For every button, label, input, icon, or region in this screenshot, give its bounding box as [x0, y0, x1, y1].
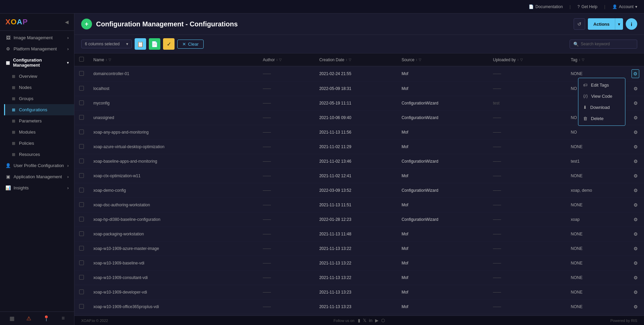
- youtube-icon[interactable]: ▶: [375, 318, 378, 323]
- row-checkbox[interactable]: [79, 86, 84, 91]
- row-checkbox[interactable]: [79, 289, 84, 294]
- row-checkbox[interactable]: [79, 130, 84, 134]
- row-actions-button[interactable]: ⚙: [632, 201, 639, 209]
- twitter-icon[interactable]: 𝕏: [363, 318, 366, 323]
- row-checkbox[interactable]: [79, 217, 84, 222]
- sidebar-item-policies[interactable]: ▦ Policies: [4, 138, 74, 149]
- row-gear-cell: ⚙: [627, 154, 644, 169]
- row-checkbox[interactable]: [79, 260, 84, 265]
- context-menu-edit-tags[interactable]: 🏷 Edit Tags: [578, 79, 625, 91]
- sidebar-item-configurations[interactable]: ▦ Configurations: [4, 104, 74, 115]
- linkedin-icon[interactable]: in: [369, 318, 372, 323]
- sidebar-item-groups[interactable]: ▦ Groups: [4, 93, 74, 104]
- sidebar-item-modules[interactable]: ▦ Modules: [4, 126, 74, 138]
- context-menu-view-code[interactable]: ⟨/⟩ View Code: [578, 91, 625, 102]
- creation-date-filter-icon[interactable]: ▽: [349, 58, 351, 62]
- row-context-menu: 🏷 Edit Tags ⟨/⟩ View Code ⬇ Download 🗑 D…: [578, 78, 625, 126]
- facebook-icon[interactable]: ▮: [358, 318, 360, 323]
- row-actions-button[interactable]: ⚙: [632, 172, 639, 180]
- row-actions-button[interactable]: ⚙: [632, 215, 639, 224]
- row-checkbox[interactable]: [79, 231, 84, 236]
- source-sort-icon[interactable]: ↕: [416, 58, 417, 62]
- account-link[interactable]: 👤 Account ▾: [612, 4, 637, 9]
- search-input[interactable]: [581, 42, 634, 46]
- actions-dropdown-button[interactable]: ▾: [615, 18, 623, 30]
- row-actions-button[interactable]: ⚙: [632, 230, 639, 238]
- columns-selector[interactable]: 6 columns selected ▾: [81, 40, 132, 48]
- row-author: ——: [258, 271, 315, 285]
- sidebar-item-user-profile-configuration[interactable]: 👤 User Profile Configuration ›: [0, 160, 74, 171]
- row-actions-button[interactable]: ⚙: [632, 259, 639, 267]
- row-checkbox[interactable]: [79, 100, 84, 105]
- platform-management-icon: ⚙: [5, 46, 11, 51]
- sidebar-item-insights[interactable]: 📊 Insights ›: [0, 182, 74, 193]
- row-checkbox[interactable]: [79, 71, 84, 76]
- sidebar-item-image-management[interactable]: 🖼 Image Management ›: [0, 32, 74, 43]
- actions-button[interactable]: Actions: [588, 18, 615, 30]
- row-actions-button[interactable]: ⚙: [632, 303, 639, 311]
- sidebar-item-overview[interactable]: ▦ Overview: [4, 71, 74, 82]
- row-source: Mof: [397, 169, 488, 183]
- sidebar-collapse-button[interactable]: ◀: [65, 19, 69, 25]
- sidebar-item-parameters[interactable]: ▦ Parameters: [4, 115, 74, 126]
- context-menu-delete[interactable]: 🗑 Delete: [578, 113, 625, 124]
- row-author: ——: [258, 183, 315, 198]
- get-help-link[interactable]: ? Get Help: [577, 4, 597, 9]
- row-checkbox[interactable]: [79, 275, 84, 280]
- documentation-link[interactable]: 📄 Documentation: [529, 4, 563, 9]
- tag-filter-icon[interactable]: ▽: [582, 58, 584, 62]
- author-sort-icon[interactable]: ↕: [276, 58, 278, 62]
- row-checkbox[interactable]: [79, 144, 84, 149]
- bottom-nav-location-icon[interactable]: 📍: [43, 315, 50, 322]
- sidebar-item-application-management[interactable]: ▣ Application Management ›: [0, 171, 74, 182]
- sidebar-item-resources[interactable]: ▦ Resources: [4, 149, 74, 160]
- row-actions-button[interactable]: ⚙: [631, 69, 639, 78]
- row-checkbox[interactable]: [79, 159, 84, 163]
- row-actions-button[interactable]: ⚙: [632, 128, 639, 136]
- row-actions-button[interactable]: ⚙: [632, 143, 639, 151]
- select-all-checkbox[interactable]: [79, 57, 84, 62]
- row-checkbox[interactable]: [79, 202, 84, 207]
- name-sort-icon[interactable]: ↕: [106, 58, 107, 62]
- uploaded-by-sort-icon[interactable]: ↕: [517, 58, 519, 62]
- clear-button[interactable]: ✕ Clear: [177, 40, 204, 49]
- row-actions-button[interactable]: ⚙: [632, 274, 639, 282]
- row-source: ConfigurationWizard: [397, 154, 488, 169]
- info-button[interactable]: i: [626, 18, 637, 30]
- row-actions-button[interactable]: ⚙: [632, 186, 639, 194]
- row-checkbox[interactable]: [79, 188, 84, 192]
- row-checkbox[interactable]: [79, 304, 84, 309]
- creation-date-sort-icon[interactable]: ↕: [346, 58, 347, 62]
- select-all-button[interactable]: ✓: [163, 38, 175, 50]
- add-configuration-button[interactable]: +: [81, 19, 92, 29]
- row-checkbox[interactable]: [79, 115, 84, 120]
- github-icon[interactable]: ⬡: [381, 318, 385, 323]
- row-checkbox[interactable]: [79, 173, 84, 178]
- tag-sort-icon[interactable]: ↕: [579, 58, 580, 62]
- name-filter-icon[interactable]: ▽: [109, 58, 111, 62]
- row-actions-button[interactable]: ⚙: [632, 85, 639, 93]
- table-row: xoap-baseline-apps-and-monitoring —— 202…: [74, 154, 644, 169]
- refresh-button[interactable]: ↺: [574, 18, 585, 30]
- row-checkbox[interactable]: [79, 246, 84, 251]
- author-filter-icon[interactable]: ▽: [279, 58, 282, 62]
- bottom-nav-alert-icon[interactable]: ⚠: [26, 315, 31, 322]
- copy-button[interactable]: 📋: [135, 38, 146, 50]
- row-actions-button[interactable]: ⚙: [632, 288, 639, 296]
- row-actions-button[interactable]: ⚙: [632, 245, 639, 253]
- sidebar-item-configuration-management[interactable]: ▦ Configuration Management ▾: [0, 54, 74, 71]
- logo-section: XOAP ◀: [0, 14, 74, 31]
- row-actions-button[interactable]: ⚙: [632, 114, 639, 122]
- row-actions-button[interactable]: ⚙: [632, 157, 639, 165]
- context-menu-download[interactable]: ⬇ Download: [578, 102, 625, 113]
- bottom-nav-grid-icon[interactable]: ▦: [9, 315, 15, 322]
- sidebar-item-nodes[interactable]: ▦ Nodes: [4, 82, 74, 93]
- row-creation-date: 2021-11-13 11:51: [315, 198, 397, 212]
- sidebar-item-platform-management[interactable]: ⚙ Platform Management ›: [0, 43, 74, 54]
- table-row: unassigned —— 2021-10-06 09:40 Configura…: [74, 111, 644, 125]
- bottom-nav-list-icon[interactable]: ≡: [62, 315, 65, 322]
- export-csv-button[interactable]: 📄: [149, 38, 160, 50]
- source-filter-icon[interactable]: ▽: [419, 58, 421, 62]
- row-actions-button[interactable]: ⚙: [632, 99, 639, 107]
- uploaded-by-filter-icon[interactable]: ▽: [520, 58, 523, 62]
